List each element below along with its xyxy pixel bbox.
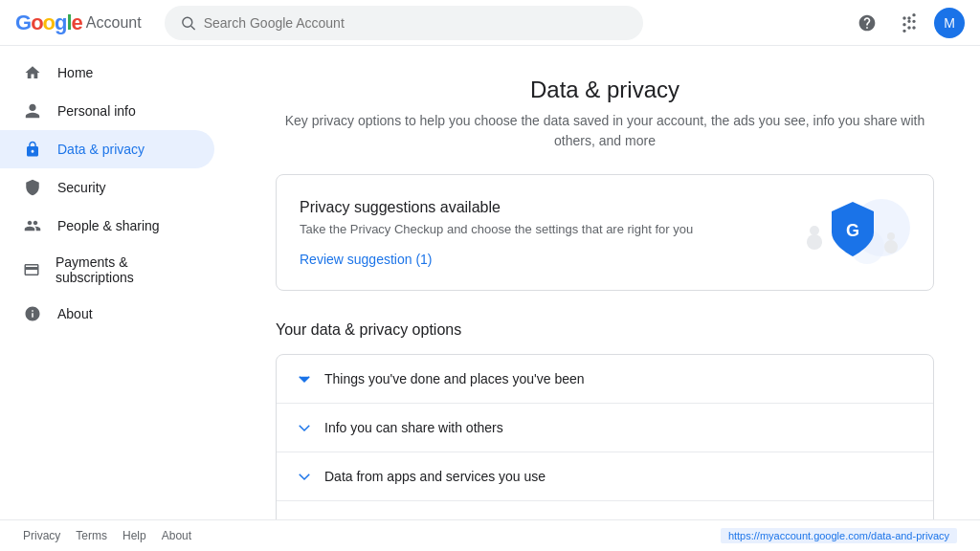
- option-label-2: Data from apps and services you use: [324, 469, 546, 484]
- footer-privacy-link[interactable]: Privacy: [23, 529, 60, 542]
- apps-button[interactable]: [892, 6, 926, 40]
- option-label-1: Info you can share with others: [324, 420, 503, 435]
- suggestion-title: Privacy suggestions available: [300, 199, 693, 216]
- svg-point-5: [807, 234, 822, 250]
- header-actions: M: [850, 6, 965, 40]
- svg-point-8: [887, 232, 895, 240]
- options-list: Things you've done and places you've bee…: [276, 354, 934, 519]
- lock-icon: [23, 140, 42, 159]
- suggestion-card: Privacy suggestions available Take the P…: [276, 174, 934, 291]
- footer-help-link[interactable]: Help: [122, 529, 146, 542]
- people-icon: [23, 216, 42, 235]
- option-item-3[interactable]: More options: [277, 501, 933, 519]
- suggestion-subtitle: Take the Privacy Checkup and choose the …: [300, 222, 693, 236]
- search-bar[interactable]: [165, 6, 643, 40]
- section-title: Your data & privacy options: [276, 321, 934, 339]
- svg-line-1: [190, 26, 194, 30]
- page-header: Data & privacy Key privacy options to he…: [276, 77, 934, 151]
- apps-icon: [900, 13, 919, 33]
- sidebar-item-payments[interactable]: Payments & subscriptions: [0, 245, 214, 295]
- option-item-2[interactable]: Data from apps and services you use: [277, 452, 933, 501]
- security-icon: [23, 178, 42, 197]
- sidebar-label-people-sharing: People & sharing: [57, 218, 160, 233]
- review-suggestion-link[interactable]: Review suggestion (1): [300, 252, 693, 267]
- svg-point-0: [183, 17, 192, 27]
- google-logo: Google: [15, 11, 82, 35]
- home-icon: [23, 63, 42, 82]
- avatar[interactable]: M: [934, 8, 965, 38]
- suggestion-illustration: G: [795, 194, 910, 271]
- footer-about-link[interactable]: About: [162, 529, 191, 542]
- sidebar-label-data-privacy: Data & privacy: [57, 142, 145, 157]
- main-content: Data & privacy Key privacy options to he…: [230, 46, 980, 519]
- header-title: Account: [86, 14, 142, 32]
- sidebar-item-people-sharing[interactable]: People & sharing: [0, 207, 214, 245]
- arrow-down-icon-1: [296, 419, 313, 436]
- footer-terms-link[interactable]: Terms: [76, 529, 107, 542]
- google-account-logo[interactable]: Google Account: [15, 11, 142, 35]
- search-input[interactable]: [204, 15, 628, 31]
- url-bar: https://myaccount.google.com/data-and-pr…: [721, 528, 957, 543]
- sidebar-item-personal-info[interactable]: Personal info: [0, 92, 214, 130]
- suggestion-content: Privacy suggestions available Take the P…: [300, 199, 693, 267]
- sidebar-item-home[interactable]: Home: [0, 54, 214, 92]
- svg-point-7: [884, 240, 898, 253]
- footer: Privacy Terms Help About https://myaccou…: [0, 519, 980, 551]
- search-icon: [180, 14, 196, 32]
- privacy-shield-svg: G: [795, 194, 910, 271]
- info-icon: [23, 304, 42, 323]
- page-subtitle: Key privacy options to help you choose t…: [276, 111, 934, 151]
- sidebar-label-security: Security: [57, 180, 106, 195]
- data-privacy-section: Your data & privacy options Things you'v…: [276, 321, 934, 519]
- svg-text:G: G: [846, 221, 859, 240]
- sidebar-label-personal-info: Personal info: [57, 103, 136, 119]
- sidebar-label-home: Home: [57, 65, 93, 80]
- option-item-0[interactable]: Things you've done and places you've bee…: [277, 355, 933, 404]
- sidebar: Home Personal info Data & privacy Securi…: [0, 46, 230, 519]
- person-icon: [23, 101, 42, 121]
- help-icon: [858, 13, 877, 33]
- sidebar-item-data-privacy[interactable]: Data & privacy: [0, 130, 214, 168]
- sidebar-item-about[interactable]: About: [0, 295, 214, 333]
- svg-point-6: [810, 226, 819, 235]
- page-title: Data & privacy: [276, 77, 934, 103]
- payment-icon: [23, 260, 40, 279]
- arrow-down-icon-2: [296, 468, 313, 485]
- sidebar-label-payments: Payments & subscriptions: [56, 254, 191, 285]
- sidebar-label-about: About: [57, 306, 93, 321]
- arrow-down-icon-0: [296, 370, 313, 387]
- sidebar-item-security[interactable]: Security: [0, 168, 214, 207]
- help-button[interactable]: [850, 6, 884, 40]
- header: Google Account M: [0, 0, 980, 46]
- option-item-1[interactable]: Info you can share with others: [277, 404, 933, 452]
- main-layout: Home Personal info Data & privacy Securi…: [0, 46, 980, 519]
- option-label-0: Things you've done and places you've bee…: [324, 371, 585, 386]
